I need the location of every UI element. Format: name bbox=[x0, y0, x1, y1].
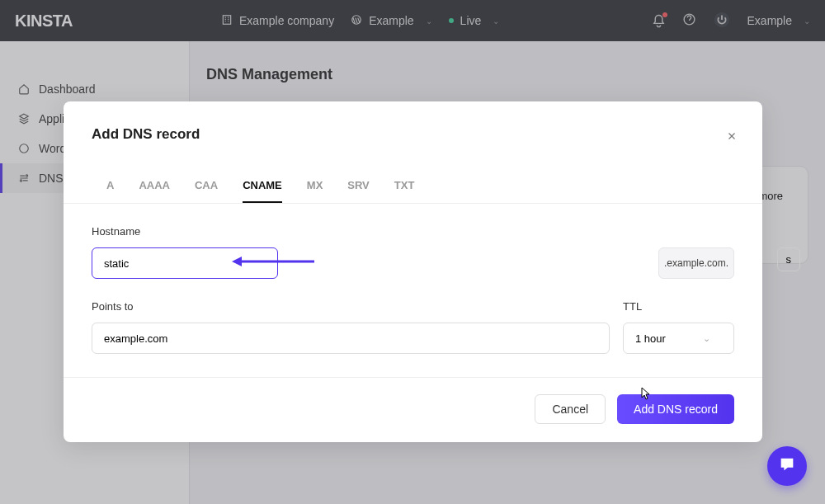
cancel-button[interactable]: Cancel bbox=[535, 394, 606, 424]
hostname-suffix: .example.com. bbox=[658, 247, 734, 279]
tab-txt[interactable]: TXT bbox=[394, 179, 415, 203]
submit-button[interactable]: Add DNS record bbox=[617, 394, 734, 424]
points-to-input[interactable] bbox=[92, 323, 610, 354]
ttl-value: 1 hour bbox=[635, 332, 666, 345]
tab-mx[interactable]: MX bbox=[307, 179, 323, 203]
points-to-label: Points to bbox=[92, 300, 610, 313]
tab-aaaa[interactable]: AAAA bbox=[139, 179, 170, 203]
modal-title: Add DNS record bbox=[92, 126, 734, 143]
tab-a[interactable]: A bbox=[106, 179, 114, 203]
add-dns-modal: Add DNS record A AAAA CAA CNAME MX SRV T… bbox=[64, 101, 762, 442]
tab-srv[interactable]: SRV bbox=[347, 179, 370, 203]
bg-button-fragment: s bbox=[777, 247, 801, 271]
tab-cname[interactable]: CNAME bbox=[243, 179, 282, 203]
chat-bubble[interactable] bbox=[767, 446, 807, 486]
close-button[interactable] bbox=[726, 130, 738, 145]
ttl-select[interactable]: 1 hour ⌄ bbox=[623, 323, 734, 354]
close-icon bbox=[726, 130, 738, 144]
tab-caa[interactable]: CAA bbox=[195, 179, 218, 203]
hostname-label: Hostname bbox=[92, 225, 734, 238]
chevron-down-icon: ⌄ bbox=[703, 333, 710, 344]
chat-icon bbox=[778, 455, 796, 477]
dns-form: Hostname .example.com. Points to TTL 1 h… bbox=[92, 204, 734, 354]
ttl-label: TTL bbox=[623, 300, 734, 313]
record-type-tabs: A AAAA CAA CNAME MX SRV TXT bbox=[92, 179, 734, 203]
hostname-input[interactable] bbox=[92, 247, 278, 279]
